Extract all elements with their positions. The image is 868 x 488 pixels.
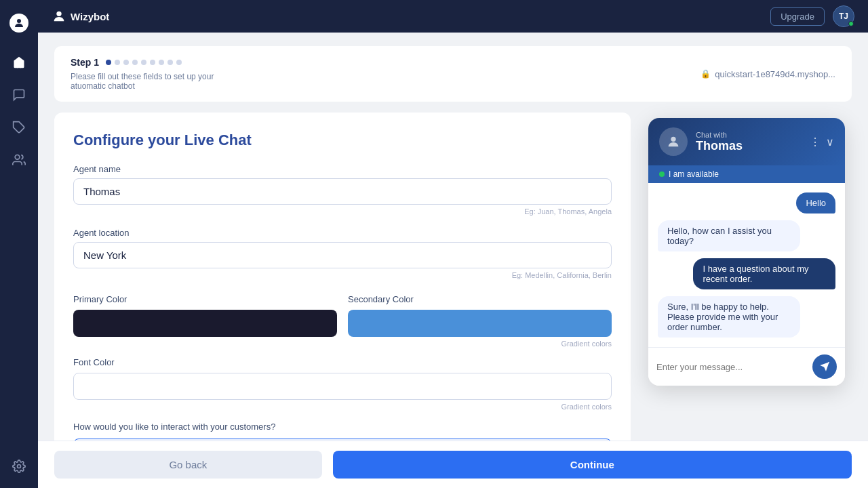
online-status-dot xyxy=(848,21,854,26)
svg-point-2 xyxy=(15,155,20,160)
interact-section: How would you like to interact with your… xyxy=(73,422,612,441)
upgrade-button[interactable]: Upgrade xyxy=(770,7,825,26)
preview-panel: Chat with Thomas ⋮ ∨ I am available xyxy=(642,113,852,441)
step-title: Step 1 xyxy=(71,57,99,68)
app-logo xyxy=(0,8,38,43)
status-text: I am available xyxy=(669,169,719,179)
wizybot-logo-icon xyxy=(52,9,66,24)
message-question: I have a question about my recent order. xyxy=(658,258,835,289)
font-color-group: Font Color Gradient colors xyxy=(73,357,612,411)
chat-header: Chat with Thomas ⋮ ∨ xyxy=(648,118,845,165)
step-header: Step 1 Please fill out these fields to s… xyxy=(54,46,852,102)
svg-point-4 xyxy=(56,12,61,16)
chat-input-bar xyxy=(648,347,845,386)
svg-point-0 xyxy=(17,19,21,23)
primary-color-swatch[interactable] xyxy=(73,310,337,337)
agent-name-label: Agent name xyxy=(73,164,612,174)
chat-messages: Hello Hello, how can I assist you today?… xyxy=(648,183,845,347)
message-assist: Hello, how can I assist you today? xyxy=(658,220,835,251)
agent-name-group: Agent name Eg: Juan, Thomas, Angela xyxy=(73,164,612,225)
step-dot-1 xyxy=(106,60,111,65)
agent-name-input[interactable] xyxy=(73,178,612,205)
font-color-swatch[interactable] xyxy=(73,373,612,400)
chat-message-input[interactable] xyxy=(656,362,807,372)
chat-minimize-button[interactable]: ∨ xyxy=(826,136,834,148)
panels: Configure your Live Chat Agent name Eg: … xyxy=(54,113,852,441)
store-url: 🔒 quickstart-1e8749d4.myshop... xyxy=(701,69,835,79)
form-panel: Configure your Live Chat Agent name Eg: … xyxy=(54,113,631,441)
message-bubble-hello: Hello xyxy=(796,192,835,214)
footer-bar: Go back Continue xyxy=(38,441,868,488)
secondary-color-swatch[interactable] xyxy=(348,310,612,337)
continue-button[interactable]: Continue xyxy=(333,451,852,479)
step-dot-5 xyxy=(141,60,146,65)
secondary-color-label: Secondary Color xyxy=(348,294,612,304)
font-color-label: Font Color xyxy=(73,357,612,367)
sidebar-item-tags[interactable] xyxy=(5,114,33,141)
sidebar xyxy=(0,0,38,488)
step-dot-2 xyxy=(115,60,120,65)
sidebar-item-settings[interactable] xyxy=(5,453,33,480)
topbar: Wizybot Upgrade TJ xyxy=(38,0,868,33)
primary-color-label: Primary Color xyxy=(73,294,337,304)
user-avatar[interactable]: TJ xyxy=(833,5,854,27)
form-title: Configure your Live Chat xyxy=(73,131,612,149)
font-gradient-hint: Gradient colors xyxy=(73,403,612,411)
step-dot-3 xyxy=(123,60,129,65)
chat-send-button[interactable] xyxy=(812,354,837,379)
message-bubble-provide: Sure, I'll be happy to help. Please prov… xyxy=(658,296,800,338)
agent-location-input[interactable] xyxy=(73,242,612,268)
svg-marker-7 xyxy=(820,362,829,371)
step-info: Step 1 Please fill out these fields to s… xyxy=(71,57,220,91)
chat-status-bar: I am available xyxy=(648,165,845,183)
chat-avatar-icon xyxy=(659,127,688,156)
step-dots xyxy=(106,60,182,65)
main-area: Wizybot Upgrade TJ Step 1 xyxy=(38,0,868,488)
primary-color-group: Primary Color xyxy=(73,294,337,337)
message-hello: Hello xyxy=(658,192,835,214)
agent-location-group: Agent location Eg: Medellin, California,… xyxy=(73,228,612,289)
color-row: Primary Color Secondary Color xyxy=(73,294,612,337)
step-dot-8 xyxy=(167,60,173,65)
chat-more-button[interactable]: ⋮ xyxy=(810,136,821,148)
svg-point-5 xyxy=(671,137,675,142)
message-bubble-assist: Hello, how can I assist you today? xyxy=(658,220,800,251)
content-area: Step 1 Please fill out these fields to s… xyxy=(38,33,868,441)
logo-icon xyxy=(9,14,28,33)
chat-widget: Chat with Thomas ⋮ ∨ I am available xyxy=(648,118,845,386)
step-dot-7 xyxy=(159,60,164,65)
message-bubble-question: I have a question about my recent order. xyxy=(693,258,835,289)
go-back-button[interactable]: Go back xyxy=(54,451,322,479)
secondary-color-group: Secondary Color xyxy=(348,294,612,337)
status-green-dot xyxy=(659,171,665,177)
agent-name-hint: Eg: Juan, Thomas, Angela xyxy=(73,207,612,216)
step-dot-4 xyxy=(132,60,138,65)
svg-point-3 xyxy=(18,465,21,468)
sidebar-item-chat[interactable] xyxy=(5,81,33,108)
sidebar-item-home[interactable] xyxy=(5,49,33,76)
chat-agent-name: Thomas xyxy=(696,139,802,153)
interact-question: How would you like to interact with your… xyxy=(73,422,612,432)
app-name: Wizybot xyxy=(71,11,109,22)
step-description: Please fill out these fields to set up y… xyxy=(71,72,220,91)
lock-icon: 🔒 xyxy=(701,69,711,79)
agent-location-hint: Eg: Medellin, California, Berlin xyxy=(73,271,612,279)
chat-header-actions: ⋮ ∨ xyxy=(810,136,834,148)
sidebar-item-users[interactable] xyxy=(5,146,33,174)
step-dot-9 xyxy=(176,60,182,65)
gradient-hint: Gradient colors xyxy=(73,340,612,348)
chat-with-label: Chat with xyxy=(696,131,802,139)
agent-location-label: Agent location xyxy=(73,228,612,238)
chat-header-info: Chat with Thomas xyxy=(696,131,802,153)
step-dot-6 xyxy=(150,60,155,65)
message-provide: Sure, I'll be happy to help. Please prov… xyxy=(658,296,835,338)
